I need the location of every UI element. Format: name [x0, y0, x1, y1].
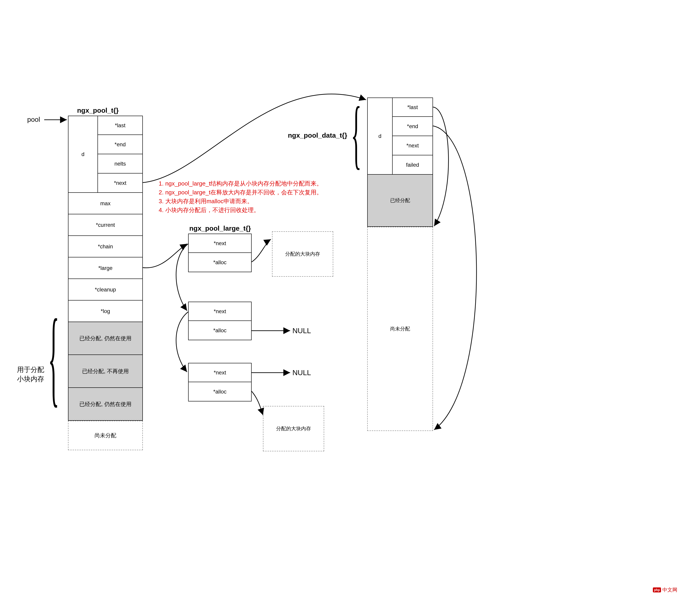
note-2: 2. ngx_pool_large_t在释放大内存是并不回收，会在下次复用。	[159, 188, 322, 197]
large-mem-block-2: 分配的大块内存	[263, 406, 324, 451]
data-t-brace: {	[351, 95, 362, 172]
large1-alloc: *alloc	[188, 253, 252, 272]
data-end-cell: *end	[392, 117, 433, 136]
pool-last-cell: *last	[98, 116, 143, 135]
pool-current-cell: *current	[68, 214, 143, 236]
logo-badge-icon: php	[653, 588, 661, 592]
mem-not-allocated-right: 尚未分配	[367, 227, 433, 431]
large3-alloc: *alloc	[188, 382, 252, 402]
pool-next-cell: *next	[98, 173, 143, 193]
ngx-pool-t-title: ngx_pool_t{}	[77, 107, 118, 114]
large1-next: *next	[188, 234, 252, 253]
note-4: 4. 小块内存分配后，不进行回收处理。	[159, 206, 322, 214]
pool-chain-cell: *chain	[68, 236, 143, 257]
null-label-1: NULL	[292, 327, 311, 335]
mem-not-allocated-1: 尚未分配	[68, 421, 143, 450]
data-next-cell: *next	[392, 136, 433, 155]
mem-allocated-unused: 已经分配, 不再使用	[68, 355, 143, 388]
large2-alloc: *alloc	[188, 321, 252, 340]
mem-allocated-right: 已经分配	[367, 175, 433, 227]
logo-text: 中文网	[662, 587, 677, 593]
note-1: 1. ngx_pool_large_t结构内存是从小块内存分配地中分配而来。	[159, 179, 322, 188]
mem-allocated-inuse-1: 已经分配, 仍然在使用	[68, 322, 143, 355]
pool-cleanup-cell: *cleanup	[68, 279, 143, 300]
data-d-cell: d	[367, 98, 392, 175]
mem-allocated-inuse-2: 已经分配, 仍然在使用	[68, 388, 143, 421]
pool-end-cell: *end	[98, 135, 143, 154]
pool-large-cell: *large	[68, 257, 143, 279]
pool-max-cell: max	[68, 193, 143, 214]
note-3: 3. 大块内存是利用malloc申请而来。	[159, 197, 322, 206]
large2-next: *next	[188, 301, 252, 321]
ngx-pool-large-t-title: ngx_pool_large_t{}	[189, 224, 251, 232]
pool-label: pool	[27, 116, 40, 123]
pool-log-cell: *log	[68, 300, 143, 322]
data-failed-cell: failed	[392, 155, 433, 175]
data-last-cell: *last	[392, 98, 433, 117]
pool-nelts-cell: nelts	[98, 154, 143, 173]
pool-d-cell: d	[68, 116, 98, 193]
ngx-pool-data-t-title: ngx_pool_data_t{}	[288, 132, 347, 139]
small-mem-brace: {	[48, 303, 59, 484]
null-label-2: NULL	[292, 369, 311, 377]
large-mem-block-1: 分配的大块内存	[272, 231, 333, 277]
red-notes: 1. ngx_pool_large_t结构内存是从小块内存分配地中分配而来。 2…	[159, 179, 322, 214]
small-mem-label: 用于分配 小块内存	[17, 365, 44, 384]
logo: php 中文网	[653, 587, 677, 593]
large3-next: *next	[188, 363, 252, 382]
